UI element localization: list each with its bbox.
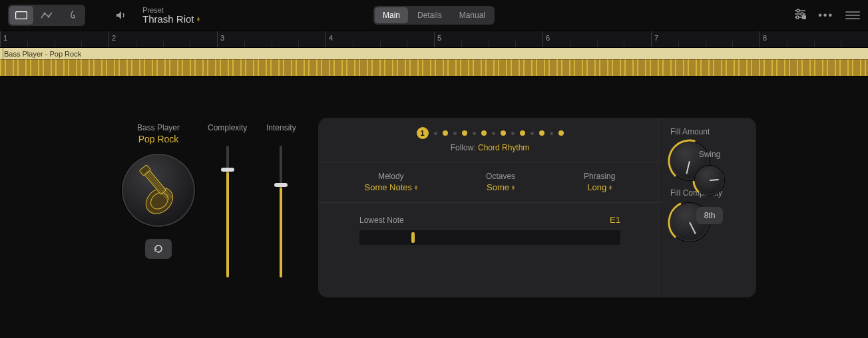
- panel-main-column: 1 Follow: Chord Rhythm Melody Some Notes…: [330, 127, 650, 287]
- preset-label: Preset: [142, 6, 200, 14]
- follow-value[interactable]: Chord Rhythm: [478, 143, 529, 152]
- tab-details[interactable]: Details: [409, 7, 450, 23]
- step-2[interactable]: [443, 130, 448, 136]
- melody-label: Melody: [365, 172, 418, 181]
- beat-tick: [461, 41, 462, 47]
- follow-label: Follow:: [451, 143, 476, 152]
- bar-number: 1: [3, 34, 7, 42]
- step-4[interactable]: [481, 130, 487, 136]
- tab-main[interactable]: Main: [375, 7, 408, 23]
- editor-toolbar: Preset Thrash Riot ▴▾ Main Details Manua…: [0, 0, 868, 31]
- bar-marker: 8: [760, 31, 760, 47]
- svg-point-2: [48, 16, 50, 18]
- beat-tick: [706, 41, 706, 47]
- bar-marker: 5: [434, 31, 435, 47]
- bar-number: 6: [546, 34, 550, 42]
- beat-tick: [190, 41, 190, 47]
- beat-tick: [298, 41, 299, 47]
- step-separator: [492, 132, 495, 135]
- bar-marker: 1: [0, 31, 1, 47]
- bass-player-block: Bass Player Pop Rock: [120, 123, 197, 259]
- phrasing-label: Phrasing: [584, 172, 615, 181]
- track-region[interactable]: Bass Player - Pop Rock: [0, 48, 868, 76]
- lowest-note-row: Lowest Note E1: [359, 215, 620, 225]
- beat-tick: [81, 41, 82, 47]
- melody-value: Some Notes: [365, 182, 413, 192]
- param-phrasing[interactable]: Phrasing Long▴▾: [584, 172, 615, 193]
- bass-player-avatar[interactable]: [122, 154, 195, 227]
- params-row: Melody Some Notes▴▾ Octaves Some▴▾ Phras…: [330, 172, 650, 193]
- octaves-label: Octaves: [486, 172, 515, 181]
- editor-mode-segmented: Main Details Manual: [373, 6, 495, 25]
- step-1[interactable]: 1: [417, 127, 429, 139]
- bar-marker: 3: [217, 31, 218, 47]
- step-6[interactable]: [520, 130, 525, 136]
- intensity-slider[interactable]: [280, 146, 282, 277]
- swing-block: Swing 8th: [695, 150, 724, 224]
- toolbar-right-tools: •••: [794, 9, 860, 22]
- pattern-steps[interactable]: 1: [330, 127, 650, 139]
- svg-point-6: [801, 13, 803, 15]
- intensity-slider-col: Intensity: [266, 123, 296, 277]
- complexity-slider[interactable]: [226, 146, 229, 277]
- step-separator: [434, 132, 437, 135]
- swing-resolution-chip[interactable]: 8th: [696, 207, 724, 224]
- chevron-updown-icon: ▴▾: [609, 185, 612, 190]
- beat-tick: [380, 41, 381, 47]
- preset-selector[interactable]: Preset Thrash Riot ▴▾: [142, 6, 200, 25]
- step-5[interactable]: [501, 130, 506, 136]
- svg-point-4: [797, 9, 799, 12]
- bass-player-label: Bass Player: [120, 123, 197, 132]
- bass-player-style: Pop Rock: [120, 134, 197, 144]
- volume-button[interactable]: [109, 6, 133, 25]
- svg-point-8: [796, 16, 799, 19]
- region-view-button[interactable]: [9, 6, 33, 25]
- bar-marker: 4: [326, 31, 326, 47]
- bar-number: 4: [329, 34, 333, 42]
- swing-knob[interactable]: [695, 166, 724, 195]
- swing-label: Swing: [695, 150, 724, 159]
- main-panel: 1 Follow: Chord Rhythm Melody Some Notes…: [318, 118, 756, 297]
- beat-tick: [814, 41, 815, 47]
- beat-tick: [678, 41, 679, 47]
- bar-number: 8: [763, 34, 767, 42]
- region-name: Bass Player - Pop Rock: [0, 48, 868, 59]
- step-separator: [511, 132, 515, 135]
- step-7[interactable]: [539, 130, 544, 136]
- bar-number: 3: [220, 34, 224, 42]
- beat-tick: [244, 41, 245, 47]
- chevron-updown-icon: ▴▾: [512, 185, 515, 190]
- bar-number: 2: [112, 34, 116, 42]
- lowest-note-value: E1: [610, 215, 620, 225]
- beat-tick: [407, 41, 407, 47]
- lowest-note-label: Lowest Note: [359, 216, 404, 225]
- beat-tick: [136, 41, 136, 47]
- step-separator: [531, 132, 534, 135]
- beat-tick: [787, 41, 787, 47]
- param-melody[interactable]: Melody Some Notes▴▾: [365, 172, 418, 193]
- settings-icon[interactable]: [794, 9, 806, 22]
- phrasing-value: Long: [587, 182, 606, 192]
- drag-handle-icon[interactable]: [845, 11, 860, 19]
- region-waveform: [0, 59, 868, 76]
- view-mode-toggle: [8, 5, 85, 26]
- timeline-ruler[interactable]: 12345678: [0, 31, 868, 48]
- beat-tick: [489, 41, 489, 47]
- follow-row: Follow: Chord Rhythm: [330, 143, 650, 152]
- regenerate-button[interactable]: [145, 239, 172, 259]
- more-icon[interactable]: •••: [818, 9, 833, 21]
- beat-tick: [597, 41, 598, 47]
- chevron-updown-icon: ▴▾: [415, 185, 417, 190]
- automation-view-button[interactable]: [35, 6, 59, 25]
- intensity-label: Intensity: [266, 123, 296, 132]
- step-8[interactable]: [558, 130, 564, 136]
- beat-tick: [570, 41, 570, 47]
- param-octaves[interactable]: Octaves Some▴▾: [486, 172, 515, 193]
- tab-manual[interactable]: Manual: [451, 7, 493, 23]
- bar-marker: 7: [651, 31, 652, 47]
- lowest-note-slider[interactable]: [359, 230, 620, 245]
- score-view-button[interactable]: [60, 6, 84, 25]
- bar-number: 7: [654, 34, 658, 42]
- step-3[interactable]: [462, 130, 467, 136]
- beat-tick: [353, 41, 353, 47]
